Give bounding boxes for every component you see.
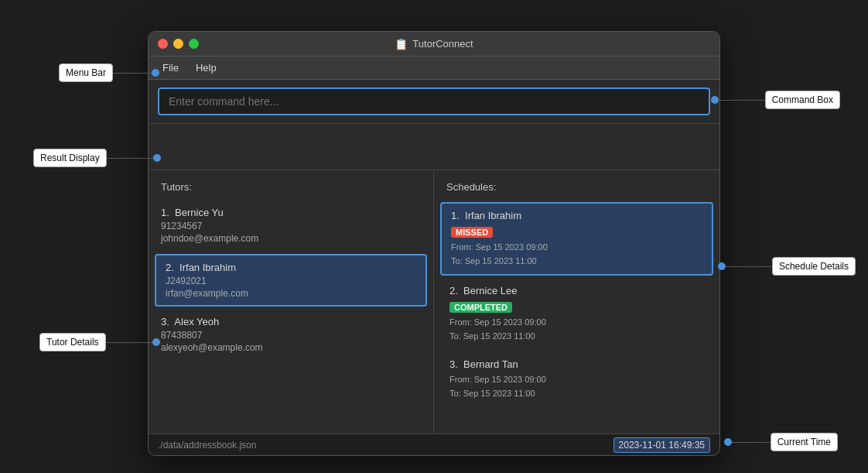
schedule-details-label: Schedule Details [772, 257, 856, 276]
tutors-panel: Tutors: 1. Bernice Yu 91234567 johndoe@e… [149, 170, 434, 434]
schedule-1-time: From: Sep 15 2023 09:00 To: Sep 15 2023 … [451, 241, 702, 268]
menu-bar: File Help [149, 57, 719, 80]
app-title: 📋 TutorConnect [395, 38, 473, 50]
command-box-line [719, 100, 765, 101]
menu-bar-label: Menu Bar [59, 63, 113, 82]
result-display-label: Result Display [33, 149, 107, 167]
schedule-details-line [726, 266, 772, 267]
schedule-1-name: 1. Irfan Ibrahim [451, 210, 702, 221]
command-section [149, 80, 719, 124]
close-button[interactable] [158, 39, 168, 49]
tutor-3-phone: 87438807 [161, 330, 421, 341]
tutor-2-email: irfan@example.com [166, 288, 416, 299]
command-box-label: Command Box [765, 91, 840, 109]
tutor-item-3[interactable]: 3. Alex Yeoh 87438807 alexyeoh@example.c… [149, 308, 433, 362]
schedule-2-status: COMPLETED [449, 302, 512, 313]
tutor-1-email: johndoe@example.com [161, 233, 421, 244]
command-input[interactable] [158, 87, 710, 115]
result-display-area [149, 124, 719, 170]
app-wrapper: Menu Bar Result Display Tutor Details Co… [148, 31, 720, 456]
tutor-item-1[interactable]: 1. Bernice Yu 91234567 johndoe@example.c… [149, 199, 433, 252]
schedule-item-1[interactable]: 1. Irfan Ibrahim MISSED From: Sep 15 202… [440, 202, 713, 276]
menu-file[interactable]: File [155, 60, 186, 76]
tutors-header: Tutors: [149, 178, 433, 199]
result-display-annotation: Result Display [33, 149, 161, 167]
menu-bar-line [113, 73, 152, 74]
status-bar: ./data/addressbook.json 2023-11-01 16:49… [149, 434, 719, 455]
title-icon: 📋 [395, 38, 408, 50]
tutor-3-name: 3. Alex Yeoh [161, 316, 421, 327]
status-time: 2023-11-01 16:49:35 [613, 437, 710, 453]
schedule-2-name: 2. Bernice Lee [449, 285, 704, 296]
schedule-1-status: MISSED [451, 227, 493, 238]
command-box-annotation: Command Box [711, 91, 840, 109]
current-time-annotation: Current Time [724, 433, 838, 451]
main-content: Tutors: 1. Bernice Yu 91234567 johndoe@e… [149, 170, 719, 434]
schedule-3-time: From: Sep 15 2023 09:00 To: Sep 15 2023 … [449, 373, 704, 400]
tutor-1-phone: 91234567 [161, 221, 421, 231]
schedule-item-2[interactable]: 2. Bernice Lee COMPLETED From: Sep 15 20… [440, 279, 713, 349]
tutor-2-phone: J2492021 [166, 276, 416, 286]
app-window: 📋 TutorConnect File Help Tutors: 1. [148, 31, 720, 456]
schedule-item-3[interactable]: 3. Bernard Tan From: Sep 15 2023 09:00 T… [440, 352, 713, 406]
schedules-panel: Schedules: 1. Irfan Ibrahim MISSED From:… [434, 170, 719, 434]
maximize-button[interactable] [189, 39, 199, 49]
schedule-details-annotation: Schedule Details [718, 257, 856, 276]
status-path: ./data/addressbook.json [158, 440, 256, 451]
tutor-1-name: 1. Bernice Yu [161, 207, 421, 218]
menu-bar-annotation: Menu Bar [59, 63, 159, 82]
tutor-item-2[interactable]: 2. Irfan Ibrahim J2492021 irfan@example.… [155, 254, 427, 307]
minimize-button[interactable] [173, 39, 183, 49]
tutor-2-name: 2. Irfan Ibrahim [166, 262, 416, 273]
tutor-details-label: Tutor Details [39, 333, 106, 351]
result-display-line [107, 158, 153, 159]
tutor-3-email: alexyeoh@example.com [161, 342, 421, 353]
traffic-lights [158, 39, 199, 49]
title-text: TutorConnect [412, 38, 473, 50]
tutor-details-line [106, 342, 152, 343]
menu-help[interactable]: Help [188, 60, 224, 76]
schedule-3-name: 3. Bernard Tan [449, 358, 704, 370]
current-time-line [732, 442, 771, 443]
schedule-2-time: From: Sep 15 2023 09:00 To: Sep 15 2023 … [449, 316, 704, 343]
current-time-dot [724, 438, 732, 446]
tutor-details-annotation: Tutor Details [39, 333, 160, 351]
schedules-header: Schedules: [434, 178, 719, 199]
current-time-label: Current Time [771, 433, 838, 451]
title-bar: 📋 TutorConnect [149, 32, 719, 57]
